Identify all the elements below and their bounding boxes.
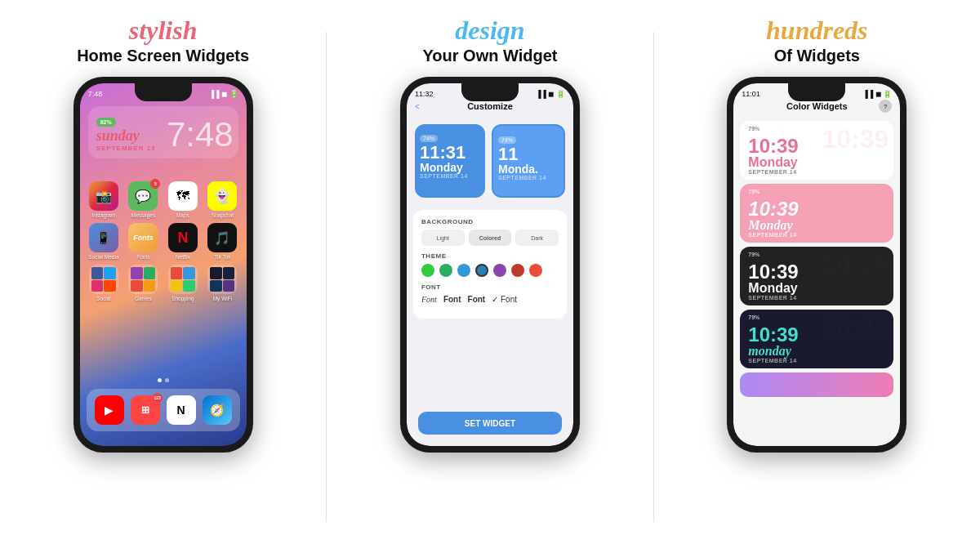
font-section: FONT Font Font Font ✓ Font bbox=[421, 283, 559, 304]
cw-top-pink: 79% 10:39 bbox=[748, 189, 885, 194]
cw-help-button[interactable]: ? bbox=[879, 100, 892, 113]
nav-bar-2: < Customize bbox=[407, 101, 573, 111]
font-opt-1[interactable]: Font bbox=[421, 295, 437, 304]
phone2-wrap: 11:32 ▐▐ ◼ 🔋 < Customize 74% bbox=[400, 77, 580, 453]
app-label-folder-games: Games bbox=[135, 296, 152, 301]
cw-widget-light[interactable]: 79% 10:39 10:39 Monday SEPTEMBER 14 bbox=[740, 121, 893, 180]
font-opt-2[interactable]: Font bbox=[443, 295, 461, 304]
cw-bg-time-dark: 10:39 bbox=[822, 252, 889, 278]
background-section: BACKGROUND Light Colored Dark bbox=[421, 218, 559, 246]
clock-day: sunday bbox=[96, 127, 156, 145]
customize-options: BACKGROUND Light Colored Dark THEME bbox=[413, 210, 567, 319]
dock-safari[interactable]: 🧭 bbox=[203, 395, 232, 425]
widget-preview-2[interactable]: 74% 11 Monda. SEPTEMBER 14 bbox=[492, 124, 565, 198]
wp-battery-2: 74% bbox=[498, 136, 516, 144]
background-label: BACKGROUND bbox=[421, 218, 559, 225]
phone3-screen: 11:01 ▐▐ ◼ 🔋 Color Widgets ? 79% bbox=[733, 83, 900, 446]
cw-title: Color Widgets bbox=[786, 101, 847, 111]
panel-stylish: stylish Home Screen Widgets 7:48 ▐▐ ◼ 🔋 bbox=[0, 0, 326, 553]
phone2-notch bbox=[461, 83, 519, 101]
app-maps[interactable]: 🗺 Maps bbox=[166, 181, 201, 218]
folder-mywifi bbox=[207, 265, 237, 294]
folder-games bbox=[128, 265, 158, 294]
app-netflix[interactable]: N Netflix bbox=[166, 223, 201, 260]
status-icons-3: ▐▐ ◼ 🔋 bbox=[863, 90, 893, 98]
theme-dot-3[interactable] bbox=[457, 264, 470, 277]
widget-preview-1[interactable]: 74% 11:31 Monday SEPTEMBER 14 bbox=[415, 124, 485, 198]
cw-date-teal: SEPTEMBER 14 bbox=[748, 358, 885, 363]
dock-youtube[interactable]: ▶ bbox=[95, 395, 124, 425]
battery-badge: 82% bbox=[96, 118, 116, 127]
font-opt-4[interactable]: ✓ Font bbox=[492, 295, 517, 304]
app-tiktok[interactable]: 🎵 Tik Tok bbox=[205, 223, 240, 260]
status-time-2: 11:32 bbox=[415, 90, 434, 98]
theme-dot-6[interactable] bbox=[511, 264, 524, 277]
instagram-icon: 📸 bbox=[89, 181, 118, 211]
screen2-bg: 11:32 ▐▐ ◼ 🔋 < Customize 74% bbox=[407, 83, 573, 446]
panel3-cursive: hundreds bbox=[766, 15, 868, 46]
cw-day-light: Monday bbox=[748, 156, 885, 169]
app-label-folder-mywifi: My WiFi bbox=[213, 296, 232, 301]
app-snap[interactable]: 👻 Snapchat bbox=[205, 181, 240, 218]
theme-dot-2[interactable] bbox=[439, 264, 452, 277]
phone3-body: 11:01 ▐▐ ◼ 🔋 Color Widgets ? 79% bbox=[727, 77, 906, 453]
panel3-bold: Of Widgets bbox=[766, 46, 868, 65]
dock-shortcut[interactable]: ⊞ 123 bbox=[131, 395, 160, 425]
panel1-cursive: stylish bbox=[77, 15, 249, 46]
social-icon: 📱 bbox=[89, 223, 118, 252]
screen1-bg: 7:48 ▐▐ ◼ 🔋 82% sunday SEPTEMBER 13 bbox=[80, 83, 247, 446]
cw-widget-dark[interactable]: 79% 10:39 10:39 Monday SEPTEMBER 14 bbox=[740, 247, 893, 305]
cw-widget-teal[interactable]: 79% 10:39 10:39 monday SEPTEMBER 14 bbox=[740, 310, 893, 368]
panel2-bold: Your Own Widget bbox=[422, 46, 557, 65]
app-label-fonts: Fonts bbox=[136, 254, 149, 260]
cw-widget-partial bbox=[740, 372, 893, 397]
dot-2 bbox=[165, 378, 169, 382]
background-options: Light Colored Dark bbox=[421, 230, 559, 246]
cw-nav: Color Widgets ? bbox=[733, 101, 900, 111]
wp-day-1: Monday bbox=[420, 162, 480, 173]
bg-light[interactable]: Light bbox=[421, 230, 465, 246]
folder-shopping bbox=[168, 265, 198, 294]
cw-bg-time-light: 10:39 bbox=[822, 126, 889, 152]
app-instagram[interactable]: 📸 Instagram bbox=[87, 181, 122, 218]
app-label-social: Social Media bbox=[88, 254, 118, 260]
app-label-folder-social: Social bbox=[96, 296, 111, 301]
phone1-screen: 7:48 ▐▐ ◼ 🔋 82% sunday SEPTEMBER 13 bbox=[80, 83, 247, 446]
app-folder-games[interactable]: Games bbox=[126, 265, 161, 301]
panel-hundreds: hundreds Of Widgets 11:01 ▐▐ ◼ 🔋 Color W… bbox=[654, 0, 980, 553]
phone2-screen: 11:32 ▐▐ ◼ 🔋 < Customize 74% bbox=[407, 83, 573, 446]
cw-top-dark: 79% 10:39 bbox=[748, 252, 885, 257]
wp-time-2: 11 bbox=[498, 145, 559, 163]
app-folder-mywifi[interactable]: My WiFi bbox=[205, 265, 240, 301]
snap-icon: 👻 bbox=[207, 181, 237, 211]
set-widget-button[interactable]: SET WIDGET bbox=[418, 412, 562, 435]
theme-dot-5[interactable] bbox=[493, 264, 506, 277]
bg-colored[interactable]: Colored bbox=[469, 230, 512, 246]
panel2-cursive: design bbox=[422, 15, 557, 46]
app-messages[interactable]: 💬 5 Messages bbox=[126, 181, 161, 218]
bg-dark[interactable]: Dark bbox=[515, 230, 559, 246]
shortcut-badge: 123 bbox=[153, 393, 163, 403]
app-fonts[interactable]: Fonts Fonts bbox=[126, 223, 161, 260]
app-label-messages: Messages bbox=[131, 212, 156, 218]
cw-day-teal: monday bbox=[748, 345, 885, 358]
app-folder-shopping[interactable]: Shopping bbox=[166, 265, 201, 301]
theme-dot-4[interactable] bbox=[475, 264, 488, 277]
app-social[interactable]: 📱 Social Media bbox=[87, 223, 122, 260]
dot-1 bbox=[158, 378, 162, 382]
app-label-netflix: Netflix bbox=[176, 254, 190, 260]
widget-clock-1: 82% sunday SEPTEMBER 13 7:48 bbox=[88, 106, 238, 158]
theme-dot-1[interactable] bbox=[421, 264, 434, 277]
nav-back-button[interactable]: < bbox=[415, 102, 420, 111]
cw-date-dark: SEPTEMBER 14 bbox=[748, 295, 885, 301]
theme-section: THEME bbox=[421, 252, 559, 277]
font-opt-3[interactable]: Font bbox=[468, 295, 486, 304]
app-label-instagram: Instagram bbox=[91, 212, 115, 218]
dock-notion[interactable]: N bbox=[167, 395, 196, 425]
phone3-notch bbox=[788, 83, 845, 101]
app-folder-social[interactable]: Social bbox=[87, 265, 122, 301]
theme-dot-7[interactable] bbox=[529, 264, 542, 277]
status-time-1: 7:48 bbox=[88, 90, 103, 98]
nav-title-2: Customize bbox=[467, 101, 513, 111]
cw-widget-pink[interactable]: 79% 10:39 10:39 Monday SEPTEMBER 14 bbox=[740, 184, 893, 243]
